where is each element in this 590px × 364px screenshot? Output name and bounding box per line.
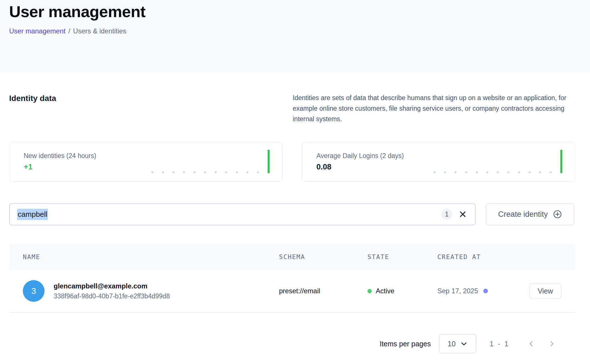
sparkline-chart — [434, 150, 562, 174]
section-heading: Identity data — [9, 93, 56, 124]
pagination: Items per pages 10 1 - 1 — [9, 334, 575, 353]
create-identity-button[interactable]: Create identity — [486, 203, 574, 225]
breadcrumb: User management/Users & identities — [9, 27, 581, 35]
page-header: User management User management/Users & … — [0, 0, 590, 72]
previous-page-button[interactable] — [525, 337, 538, 350]
column-header-name: NAME — [23, 253, 279, 260]
search-row: campbell 1 Create identity — [9, 203, 575, 225]
view-button[interactable]: View — [529, 283, 561, 299]
results-count-badge: 1 — [441, 209, 452, 220]
stat-card-average-logins: Average Daily Logins (2 days) 0.08 — [302, 142, 575, 182]
stat-card-value: 0.08 — [316, 163, 404, 171]
items-per-page-label: Items per pages — [380, 340, 431, 348]
created-at-cell: Sep 17, 2025 — [437, 287, 519, 295]
sparkline-chart — [151, 150, 270, 174]
identity-email: glencampbell@example.com — [54, 282, 170, 290]
next-page-button[interactable] — [545, 337, 558, 350]
date-indicator-dot — [483, 289, 488, 293]
items-per-page-select[interactable]: 10 — [439, 334, 476, 353]
column-header-created-at: CREATED AT — [437, 253, 519, 260]
schema-cell: preset://email — [279, 287, 367, 295]
close-icon — [459, 210, 467, 218]
breadcrumb-link-user-management[interactable]: User management — [9, 27, 65, 35]
search-input[interactable]: campbell 1 — [9, 203, 476, 225]
state-cell: Active — [367, 287, 437, 295]
page-range: 1 - 1 — [490, 340, 510, 348]
table-header-row: NAME SCHEMA STATE CREATED AT — [9, 244, 575, 270]
identity-id: 338f96af-98d0-40b7-b1fe-e2ff3b4d99d8 — [54, 292, 170, 300]
active-status-dot — [367, 289, 372, 293]
column-header-state: STATE — [367, 253, 437, 260]
avatar: 3 — [23, 280, 45, 302]
stat-cards: New identities (24 hours) +1 Average Dai… — [9, 142, 575, 182]
chevron-down-icon — [460, 340, 468, 347]
state-label: Active — [376, 287, 394, 295]
breadcrumb-current: Users & identities — [73, 27, 126, 35]
breadcrumb-separator: / — [68, 27, 70, 35]
identities-table: NAME SCHEMA STATE CREATED AT 3 glencampb… — [9, 244, 575, 313]
page-title: User management — [9, 2, 581, 21]
search-input-value: campbell — [17, 209, 48, 220]
stat-card-label: New identities (24 hours) — [24, 152, 96, 160]
identity-data-section: Identity data Identities are sets of dat… — [9, 93, 575, 124]
plus-circle-icon — [553, 210, 562, 219]
section-description: Identities are sets of data that describ… — [293, 93, 575, 124]
create-identity-label: Create identity — [498, 210, 548, 219]
column-header-schema: SCHEMA — [279, 253, 367, 260]
clear-search-button[interactable] — [458, 209, 468, 219]
stat-card-new-identities: New identities (24 hours) +1 — [9, 142, 282, 182]
chevron-left-icon — [528, 340, 535, 347]
stat-card-value: +1 — [24, 163, 96, 171]
stat-card-label: Average Daily Logins (2 days) — [316, 152, 404, 160]
created-at-date: Sep 17, 2025 — [437, 287, 478, 295]
table-row[interactable]: 3 glencampbell@example.com 338f96af-98d0… — [9, 270, 575, 313]
main-content: Identity data Identities are sets of dat… — [0, 93, 590, 353]
chevron-right-icon — [548, 340, 555, 347]
name-cell: 3 glencampbell@example.com 338f96af-98d0… — [23, 280, 279, 302]
items-per-page-value: 10 — [448, 340, 456, 348]
